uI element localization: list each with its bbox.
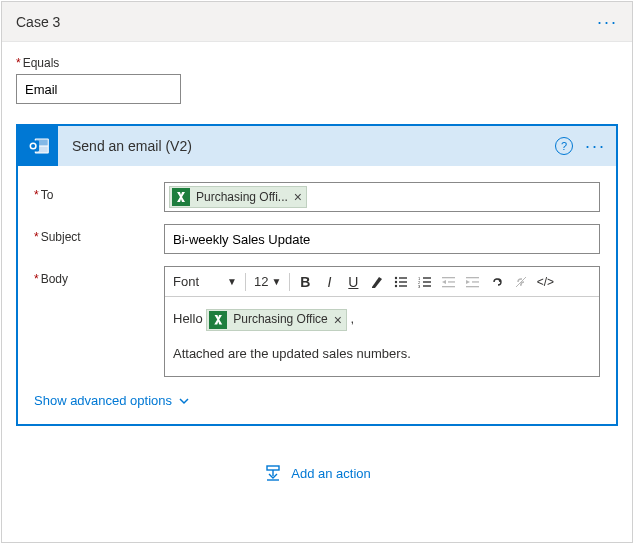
subject-label: Subject bbox=[34, 224, 164, 244]
svg-rect-3 bbox=[27, 141, 39, 152]
case-title: Case 3 bbox=[16, 14, 597, 30]
code-view-button[interactable]: </> bbox=[534, 271, 556, 293]
to-token: Purchasing Offi... × bbox=[169, 186, 307, 208]
italic-button[interactable]: I bbox=[318, 271, 340, 293]
body-comma: , bbox=[351, 311, 355, 326]
svg-rect-10 bbox=[399, 285, 407, 286]
link-button[interactable] bbox=[486, 271, 508, 293]
help-icon[interactable]: ? bbox=[555, 137, 573, 155]
svg-rect-20 bbox=[466, 277, 479, 278]
svg-rect-8 bbox=[399, 281, 407, 282]
body-token: Purchasing Office × bbox=[206, 309, 347, 331]
svg-rect-22 bbox=[466, 286, 479, 287]
indent-button[interactable] bbox=[462, 271, 484, 293]
svg-point-9 bbox=[395, 284, 397, 286]
show-advanced-options[interactable]: Show advanced options bbox=[34, 393, 190, 408]
action-title: Send an email (V2) bbox=[72, 138, 555, 154]
case-menu[interactable]: ··· bbox=[597, 13, 618, 31]
bold-button[interactable]: B bbox=[294, 271, 316, 293]
body-hello: Hello bbox=[173, 311, 203, 326]
svg-rect-24 bbox=[267, 466, 279, 470]
svg-rect-21 bbox=[472, 281, 479, 282]
outlook-icon bbox=[18, 126, 58, 166]
to-field[interactable]: Purchasing Offi... × bbox=[164, 182, 600, 212]
bullet-list-button[interactable] bbox=[390, 271, 412, 293]
excel-icon bbox=[209, 311, 227, 329]
body-line2: Attached are the updated sales numbers. bbox=[173, 342, 591, 367]
body-label: Body bbox=[34, 266, 164, 286]
equals-label: Equals bbox=[16, 56, 618, 70]
add-action-icon bbox=[263, 464, 283, 482]
subject-field[interactable] bbox=[164, 224, 600, 254]
svg-rect-18 bbox=[448, 281, 455, 282]
svg-rect-16 bbox=[423, 285, 431, 286]
equals-input[interactable] bbox=[16, 74, 181, 104]
to-token-text: Purchasing Offi... bbox=[196, 190, 288, 204]
action-menu[interactable]: ··· bbox=[585, 137, 606, 155]
add-action-button[interactable]: Add an action bbox=[2, 464, 632, 482]
chevron-down-icon bbox=[178, 395, 190, 407]
subject-input[interactable] bbox=[169, 228, 595, 251]
outdent-button[interactable] bbox=[438, 271, 460, 293]
svg-point-5 bbox=[395, 276, 397, 278]
rich-text-toolbar: Font▼ 12▼ B I U 123 bbox=[165, 267, 599, 297]
remove-body-token[interactable]: × bbox=[334, 313, 342, 327]
font-select[interactable]: Font▼ bbox=[169, 274, 241, 289]
svg-point-7 bbox=[395, 280, 397, 282]
svg-rect-12 bbox=[423, 277, 431, 278]
svg-rect-14 bbox=[423, 281, 431, 282]
body-token-text: Purchasing Office bbox=[233, 308, 328, 331]
excel-icon bbox=[172, 188, 190, 206]
unlink-button[interactable] bbox=[510, 271, 532, 293]
send-email-card: Send an email (V2) ? ··· To Purchasing O… bbox=[16, 124, 618, 426]
number-list-button[interactable]: 123 bbox=[414, 271, 436, 293]
body-field: Font▼ 12▼ B I U 123 bbox=[164, 266, 600, 377]
case-header: Case 3 ··· bbox=[2, 2, 632, 42]
underline-button[interactable]: U bbox=[342, 271, 364, 293]
body-content[interactable]: Hello Purchasing Office × , Attached are… bbox=[165, 297, 599, 376]
font-size-select[interactable]: 12▼ bbox=[250, 274, 285, 289]
to-label: To bbox=[34, 182, 164, 202]
svg-rect-17 bbox=[442, 277, 455, 278]
svg-text:3: 3 bbox=[418, 283, 421, 288]
highlight-button[interactable] bbox=[366, 271, 388, 293]
action-header: Send an email (V2) ? ··· bbox=[18, 126, 616, 166]
svg-rect-6 bbox=[399, 277, 407, 278]
svg-rect-19 bbox=[442, 286, 455, 287]
remove-to-token[interactable]: × bbox=[294, 190, 302, 204]
